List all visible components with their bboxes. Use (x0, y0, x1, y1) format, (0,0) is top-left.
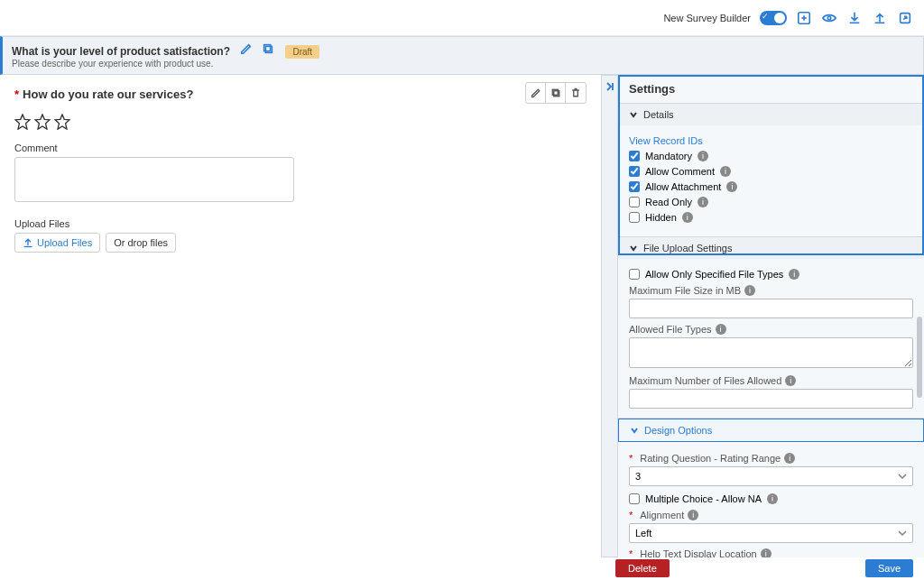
max-files-input[interactable] (629, 389, 913, 409)
upload-files-button[interactable]: Upload Files (14, 233, 100, 253)
allowed-types-input[interactable] (629, 337, 913, 368)
info-icon[interactable]: i (716, 324, 726, 335)
mandatory-checkbox[interactable] (629, 151, 640, 161)
details-section-header[interactable]: Details (618, 104, 924, 125)
allow-only-types-checkbox[interactable] (629, 269, 640, 280)
builder-toggle[interactable] (760, 11, 787, 25)
hidden-label: Hidden (645, 212, 677, 223)
scrollbar[interactable] (917, 317, 922, 398)
info-icon[interactable]: i (726, 181, 737, 192)
export-icon[interactable] (897, 10, 913, 26)
allow-comment-label: Allow Comment (645, 166, 715, 177)
settings-title: Settings (618, 75, 924, 103)
info-icon[interactable]: i (744, 285, 755, 296)
allow-na-label: Multiple Choice - Allow NA (645, 493, 762, 504)
info-icon[interactable]: i (698, 151, 708, 161)
info-icon[interactable]: i (767, 493, 778, 504)
info-icon[interactable]: i (784, 453, 795, 464)
info-icon[interactable]: i (682, 212, 693, 223)
svg-point-3 (827, 16, 831, 20)
download-icon[interactable] (846, 10, 863, 26)
question-subtitle: Please describe your experience with pro… (12, 59, 914, 69)
status-badge: Draft (285, 45, 319, 59)
save-button[interactable]: Save (865, 559, 913, 577)
view-record-ids-link[interactable]: View Record IDs (629, 135, 703, 146)
info-icon[interactable]: i (785, 375, 796, 386)
rating-stars[interactable] (14, 114, 587, 130)
rating-range-label: Rating Question - Rating Range (640, 453, 781, 464)
alignment-label: Alignment (640, 510, 684, 520)
design-options-section-header[interactable]: Design Options (618, 419, 924, 442)
top-toolbar: New Survey Builder (0, 0, 924, 36)
question-actions (525, 82, 587, 104)
rating-range-select[interactable]: 3 (629, 466, 913, 486)
read-only-label: Read Only (645, 197, 692, 207)
info-icon[interactable]: i (698, 197, 708, 207)
footer-bar: Delete Save (0, 557, 924, 580)
expand-settings-tab[interactable] (601, 75, 617, 557)
info-icon[interactable]: i (688, 510, 698, 520)
allow-attachment-checkbox[interactable] (629, 181, 640, 192)
hidden-checkbox[interactable] (629, 212, 640, 223)
max-filesize-label: Maximum File Size in MB (629, 285, 741, 296)
read-only-checkbox[interactable] (629, 197, 640, 207)
question-canvas: *How do you rate our services? Comment U… (0, 75, 601, 557)
question-header-band: What is your level of product satisfacti… (0, 36, 924, 75)
add-icon[interactable] (796, 10, 812, 26)
file-upload-section-header[interactable]: File Upload Settings (618, 237, 924, 259)
alignment-select[interactable]: Left (629, 523, 913, 543)
mandatory-label: Mandatory (645, 151, 692, 161)
allow-only-types-label: Allow Only Specified File Types (645, 269, 783, 280)
max-files-label: Maximum Number of Files Allowed (629, 375, 781, 386)
delete-button[interactable]: Delete (615, 559, 670, 577)
copy-icon[interactable] (262, 42, 274, 58)
question-title: What is your level of product satisfacti… (12, 45, 230, 58)
max-filesize-input[interactable] (629, 299, 913, 318)
settings-panel: Settings Details View Record IDs Mandato… (617, 75, 924, 557)
delete-question-button[interactable] (566, 83, 586, 103)
comment-input[interactable] (14, 157, 294, 202)
builder-toggle-label: New Survey Builder (663, 13, 751, 23)
comment-label: Comment (14, 143, 587, 153)
upload-files-label: Upload Files (14, 218, 587, 229)
drop-files-button[interactable]: Or drop files (106, 233, 176, 253)
edit-icon[interactable] (240, 42, 253, 58)
question-text: *How do you rate our services? (14, 87, 587, 101)
edit-question-button[interactable] (526, 83, 546, 103)
duplicate-question-button[interactable] (546, 83, 566, 103)
info-icon[interactable]: i (720, 166, 731, 177)
allowed-types-label: Allowed File Types (629, 324, 712, 335)
allow-attachment-label: Allow Attachment (645, 181, 721, 192)
preview-icon[interactable] (821, 10, 837, 26)
allow-na-checkbox[interactable] (629, 493, 640, 504)
upload-icon[interactable] (872, 10, 888, 26)
info-icon[interactable]: i (789, 269, 799, 280)
allow-comment-checkbox[interactable] (629, 166, 640, 177)
